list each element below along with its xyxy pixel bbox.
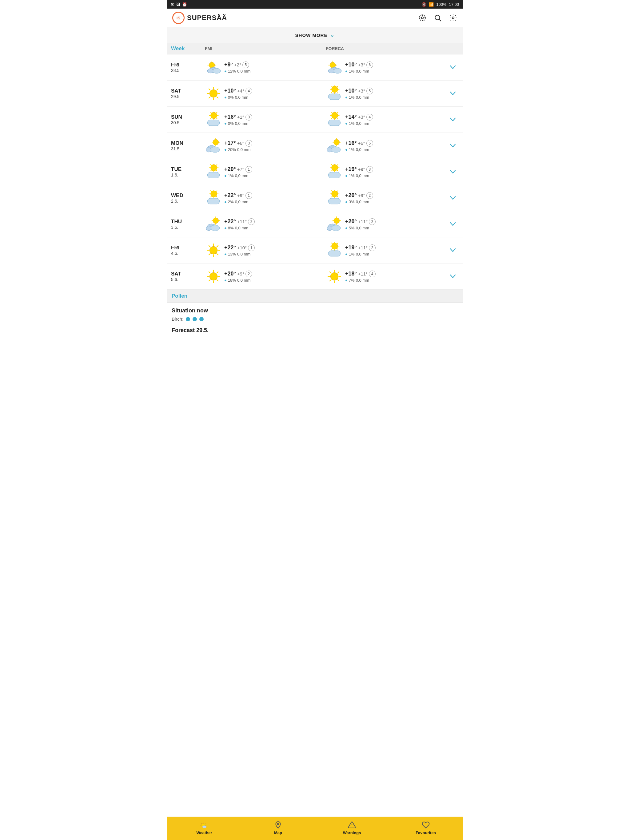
day-name: MON [171, 140, 205, 146]
svg-line-107 [216, 191, 217, 191]
forecast-title: Forecast 29.5. [172, 327, 458, 333]
notification-icon: ✉ [171, 2, 174, 7]
svg-point-78 [331, 147, 340, 153]
svg-line-86 [216, 170, 217, 171]
wind-circle: 2 [248, 218, 255, 225]
svg-line-169 [330, 272, 331, 273]
day-date: 2.6. [171, 199, 205, 204]
rain-line: ● 1% 0,0 mm [345, 121, 373, 126]
birch-label: Birch: [172, 316, 184, 322]
temp-high: +10° [345, 62, 357, 68]
pollen-dot-1 [186, 317, 190, 321]
temp-line: +20° +7° 1 [224, 166, 252, 173]
day-info: SAT 29.5. [171, 88, 205, 99]
location-button[interactable] [418, 13, 427, 22]
svg-rect-109 [207, 198, 220, 204]
day-name: SUN [171, 114, 205, 120]
rain-percent: 13% [228, 252, 236, 256]
rain-percent: 0% [228, 121, 234, 126]
svg-line-87 [216, 164, 217, 166]
wind-circle: 1 [245, 166, 252, 173]
svg-point-24 [328, 69, 334, 73]
expand-button[interactable] [446, 248, 459, 253]
weather-icon [205, 216, 222, 233]
temp-high: +22° [224, 192, 236, 199]
svg-line-95 [331, 164, 332, 166]
day-name: FRI [171, 245, 205, 251]
photo-icon: 🖼 [176, 2, 180, 7]
rain-mm: 0,0 mm [237, 69, 250, 74]
svg-point-155 [209, 273, 217, 280]
day-row[interactable]: THU 3.6. +22° +11° 2 ● 8% 0,0 mm [167, 211, 463, 237]
rain-line: ● 20% 0,0 mm [224, 147, 252, 152]
expand-button[interactable] [446, 274, 459, 279]
temp-high: +20° [224, 271, 236, 277]
expand-button[interactable] [446, 117, 459, 122]
svg-line-50 [216, 118, 217, 119]
rain-percent: 18% [228, 278, 236, 283]
alarm-icon: ⏰ [182, 2, 187, 7]
expand-button[interactable] [446, 144, 459, 148]
weather-icon [205, 190, 222, 207]
svg-point-8 [452, 17, 454, 19]
day-row[interactable]: MON 31.5. +17° +6° 3 ● 20% 0,0 m [167, 133, 463, 159]
svg-rect-99 [328, 172, 340, 178]
day-info: TUE 1.6. [171, 166, 205, 177]
weather-cell: +18° +11° 4 ● 7% 0,0 mm [326, 268, 446, 285]
weather-icon [326, 85, 343, 102]
content-area: SHOW MORE ⌄ Week FMI FORECA FRI 28.5. [167, 27, 463, 363]
weather-icon [326, 242, 343, 259]
wind-circle: 5 [366, 88, 373, 95]
pollen-section-header: Pollen [167, 290, 463, 303]
rain-mm: 0,0 mm [235, 199, 248, 204]
temp-line: +22° +10° 1 [224, 245, 255, 251]
expand-button[interactable] [446, 65, 459, 69]
expand-button[interactable] [446, 170, 459, 174]
temp-low: +4° [237, 88, 244, 93]
rain-percent: 20% [228, 147, 236, 152]
wind-circle: 5 [242, 62, 249, 68]
wind-circle: 2 [366, 192, 373, 199]
wind-circle: 3 [245, 140, 252, 147]
day-date: 5.6. [171, 277, 205, 282]
rain-mm: 0,0 mm [235, 95, 248, 99]
day-row[interactable]: SUN 30.5. +16° +1° 3 ● [167, 107, 463, 133]
settings-button[interactable] [448, 13, 458, 22]
rain-percent: 1% [349, 121, 355, 126]
temp-line: +20° +9° 2 [224, 271, 252, 277]
day-row[interactable]: FRI 4.6. +22° +10° 1 ● 13% [167, 237, 463, 264]
svg-point-16 [207, 69, 213, 73]
wind-circle: 4 [366, 114, 373, 120]
svg-line-88 [211, 170, 211, 171]
search-button[interactable] [433, 13, 442, 22]
day-row[interactable]: WED 2.6. +22° +9° 1 ● [167, 185, 463, 211]
temp-line: +22° +11° 2 [224, 218, 255, 225]
weather-icon [326, 164, 343, 180]
rain-line: ● 1% 0,0 mm [345, 69, 373, 74]
show-more-button[interactable]: SHOW MORE ⌄ [295, 32, 335, 38]
rain-mm: 0,0 mm [235, 174, 248, 178]
temps-rain: +20° +7° 1 ● 1% 0,0 mm [224, 166, 252, 178]
day-row[interactable]: FRI 28.5. +9° +2° 5 ● 12% 0,0 mm [167, 54, 463, 81]
expand-button[interactable] [446, 196, 459, 200]
svg-point-0 [421, 17, 424, 19]
temp-line: +20° +9° 2 [345, 192, 373, 199]
day-row[interactable]: SAT 5.6. +20° +9° 2 ● 18% [167, 264, 463, 290]
svg-line-170 [337, 280, 339, 281]
temp-low: +7° [237, 167, 244, 172]
temp-low: +9° [358, 193, 365, 198]
day-date: 28.5. [171, 68, 205, 73]
expand-button[interactable] [446, 91, 459, 96]
day-row[interactable]: TUE 1.6. +20° +7° 1 ● [167, 159, 463, 185]
day-date: 29.5. [171, 94, 205, 99]
rain-mm: 0,0 mm [356, 199, 369, 204]
svg-point-15 [212, 68, 220, 74]
rain-line: ● 1% 0,0 mm [224, 174, 252, 178]
col-foreca-label: FORECA [326, 46, 446, 52]
svg-point-164 [330, 273, 338, 280]
day-row[interactable]: SAT 29.5. +10° +4° 4 ● 0% [167, 81, 463, 107]
svg-point-135 [327, 226, 332, 231]
rain-percent: 1% [349, 95, 355, 99]
expand-button[interactable] [446, 222, 459, 226]
logo-text: SUPERSÄÄ [187, 14, 227, 22]
